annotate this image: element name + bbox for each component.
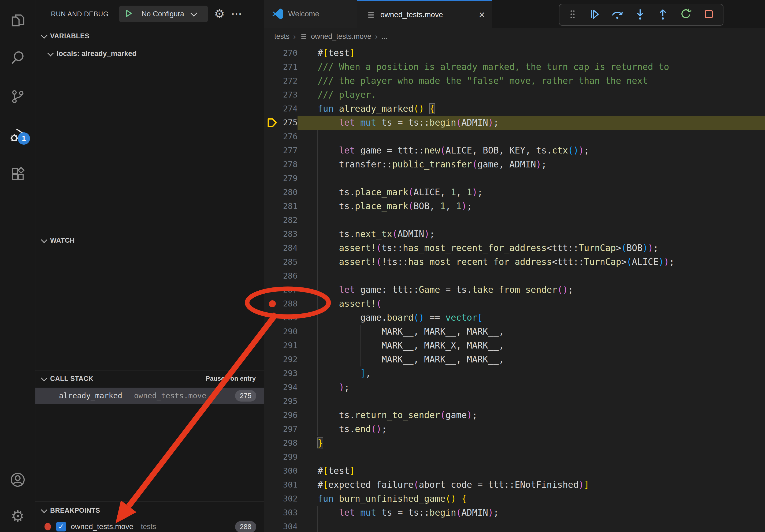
gutter-glyph-margin[interactable] bbox=[264, 157, 281, 171]
code-text[interactable]: assert!(ts::has_most_recent_for_address<… bbox=[298, 241, 765, 255]
code-text[interactable] bbox=[298, 130, 765, 143]
code-text[interactable]: ts.next_tx(ADMIN); bbox=[298, 227, 765, 241]
code-text[interactable]: transfer::public_transfer(game, ADMIN); bbox=[298, 157, 765, 171]
breakpoints-header[interactable]: BREAKPOINTS bbox=[35, 502, 264, 519]
gutter-glyph-margin[interactable] bbox=[264, 213, 281, 227]
start-debug-icon[interactable] bbox=[124, 9, 133, 19]
code-text[interactable]: fun burn_unfinished_game() { bbox=[298, 492, 765, 506]
code-text[interactable]: MARK__, MARK__, MARK__, bbox=[298, 353, 765, 367]
code-text[interactable]: #[expected_failure(abort_code = ttt::ENo… bbox=[298, 478, 765, 492]
code-line[interactable]: 299 bbox=[264, 450, 765, 464]
line-number[interactable]: 280 bbox=[281, 185, 298, 199]
code-line[interactable]: 298} bbox=[264, 436, 765, 450]
watch-header[interactable]: WATCH bbox=[35, 232, 264, 248]
line-number[interactable]: 299 bbox=[281, 450, 298, 464]
code-text[interactable]: ts.return_to_sender(game); bbox=[298, 408, 765, 422]
line-number[interactable]: 276 bbox=[281, 130, 298, 143]
line-number[interactable]: 274 bbox=[281, 102, 298, 116]
code-text[interactable]: fun already_marked() { bbox=[298, 102, 765, 116]
gutter-glyph-margin[interactable] bbox=[264, 297, 281, 311]
call-stack-header[interactable]: CALL STACK Paused on entry bbox=[35, 371, 264, 387]
code-text[interactable]: ); bbox=[298, 381, 765, 394]
gutter-glyph-margin[interactable] bbox=[264, 255, 281, 269]
code-text[interactable]: assert!(!ts::has_most_recent_for_address… bbox=[298, 255, 765, 269]
code-text[interactable]: assert!( bbox=[298, 297, 765, 311]
gutter-glyph-margin[interactable] bbox=[264, 171, 281, 185]
line-number[interactable]: 303 bbox=[281, 506, 298, 520]
code-line[interactable]: 288 assert!( bbox=[264, 297, 765, 311]
code-line[interactable]: 286 bbox=[264, 269, 765, 283]
code-text[interactable]: let game: ttt::Game = ts.take_from_sende… bbox=[298, 283, 765, 297]
line-number[interactable]: 300 bbox=[281, 464, 298, 478]
gutter-glyph-margin[interactable] bbox=[264, 492, 281, 506]
code-text[interactable]: /// When a position is already marked, t… bbox=[298, 60, 765, 74]
gutter-glyph-margin[interactable] bbox=[264, 436, 281, 450]
gutter-glyph-margin[interactable] bbox=[264, 88, 281, 102]
code-text[interactable] bbox=[298, 394, 765, 408]
toolbar-drag-grip[interactable] bbox=[567, 8, 578, 21]
code-line[interactable]: 287 let game: ttt::Game = ts.take_from_s… bbox=[264, 283, 765, 297]
code-line[interactable]: 297 ts.end(); bbox=[264, 422, 765, 436]
code-line[interactable]: 301#[expected_failure(abort_code = ttt::… bbox=[264, 478, 765, 492]
code-text[interactable]: MARK__, MARK__, MARK__, bbox=[298, 325, 765, 339]
gutter-glyph-margin[interactable] bbox=[264, 199, 281, 213]
stop-button[interactable] bbox=[702, 8, 715, 22]
gutter-glyph-margin[interactable] bbox=[264, 102, 281, 116]
gutter-glyph-margin[interactable] bbox=[264, 116, 281, 130]
line-number[interactable]: 293 bbox=[281, 367, 298, 381]
gutter-glyph-margin[interactable] bbox=[264, 241, 281, 255]
code-text[interactable]: ], bbox=[298, 367, 765, 381]
line-number[interactable]: 288 bbox=[281, 297, 298, 311]
continue-button[interactable] bbox=[588, 8, 601, 22]
code-text[interactable] bbox=[298, 520, 765, 532]
gutter-glyph-margin[interactable] bbox=[264, 311, 281, 325]
gutter-glyph-margin[interactable] bbox=[264, 325, 281, 339]
line-number[interactable]: 298 bbox=[281, 436, 298, 450]
step-out-button[interactable] bbox=[656, 8, 669, 22]
locals-scope-row[interactable]: locals: already_marked bbox=[35, 46, 264, 61]
code-line[interactable]: 302fun burn_unfinished_game() { bbox=[264, 492, 765, 506]
code-line[interactable]: 289 game.board() == vector[ bbox=[264, 311, 765, 325]
code-line[interactable]: 279 bbox=[264, 171, 765, 185]
code-text[interactable]: /// player. bbox=[298, 88, 765, 102]
gutter-glyph-margin[interactable] bbox=[264, 464, 281, 478]
code-line[interactable]: 285 assert!(!ts::has_most_recent_for_add… bbox=[264, 255, 765, 269]
gutter-glyph-margin[interactable] bbox=[264, 450, 281, 464]
gutter-glyph-margin[interactable] bbox=[264, 339, 281, 353]
code-line[interactable]: 278 transfer::public_transfer(game, ADMI… bbox=[264, 157, 765, 171]
code-line[interactable]: 300#[test] bbox=[264, 464, 765, 478]
settings-gear-icon[interactable]: ⚙ bbox=[9, 507, 27, 525]
line-number[interactable]: 291 bbox=[281, 339, 298, 353]
code-line[interactable]: 276 bbox=[264, 130, 765, 143]
gutter-glyph-margin[interactable] bbox=[264, 143, 281, 157]
gutter-glyph-margin[interactable] bbox=[264, 478, 281, 492]
gutter-glyph-margin[interactable] bbox=[264, 506, 281, 520]
gutter-glyph-margin[interactable] bbox=[264, 422, 281, 436]
code-line[interactable]: 293 ], bbox=[264, 367, 765, 381]
gutter-glyph-margin[interactable] bbox=[264, 283, 281, 297]
code-text[interactable] bbox=[298, 213, 765, 227]
gutter-glyph-margin[interactable] bbox=[264, 60, 281, 74]
line-number[interactable]: 281 bbox=[281, 199, 298, 213]
line-number[interactable]: 301 bbox=[281, 478, 298, 492]
step-over-button[interactable] bbox=[611, 8, 624, 22]
gutter-glyph-margin[interactable] bbox=[264, 185, 281, 199]
close-tab-icon[interactable]: × bbox=[479, 10, 485, 20]
more-actions-icon[interactable]: ··· bbox=[232, 9, 242, 19]
code-line[interactable]: 280 ts.place_mark(ALICE, 1, 1); bbox=[264, 185, 765, 199]
code-line[interactable]: 271/// When a position is already marked… bbox=[264, 60, 765, 74]
line-number[interactable]: 270 bbox=[281, 46, 298, 60]
line-number[interactable]: 271 bbox=[281, 60, 298, 74]
code-line[interactable]: 275 let mut ts = ts::begin(ADMIN); bbox=[264, 116, 765, 130]
code-line[interactable]: 291 MARK__, MARK_X, MARK__, bbox=[264, 339, 765, 353]
code-text[interactable]: let mut ts = ts::begin(ADMIN); bbox=[298, 506, 765, 520]
stack-frame-row[interactable]: already_marked owned_tests.move 275 bbox=[35, 388, 264, 404]
line-number[interactable]: 273 bbox=[281, 88, 298, 102]
code-text[interactable]: #[test] bbox=[298, 46, 765, 60]
line-number[interactable]: 302 bbox=[281, 492, 298, 506]
tab-welcome[interactable]: Welcome bbox=[264, 0, 357, 28]
line-number[interactable]: 278 bbox=[281, 157, 298, 171]
line-number[interactable]: 304 bbox=[281, 520, 298, 532]
variables-header[interactable]: VARIABLES bbox=[35, 28, 264, 44]
line-number[interactable]: 277 bbox=[281, 143, 298, 157]
